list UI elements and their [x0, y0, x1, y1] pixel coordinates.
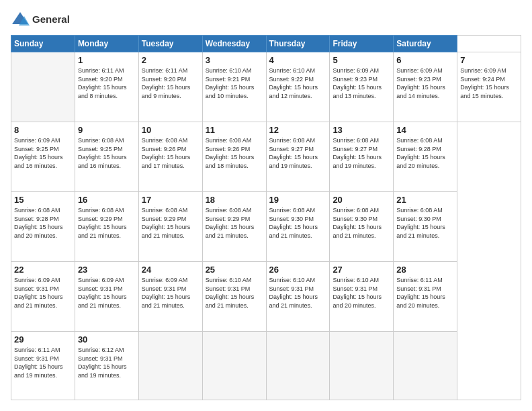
day-number: 13: [332, 125, 390, 135]
day-cell: 1Sunrise: 6:11 AMSunset: 9:20 PMDaylight…: [75, 52, 138, 122]
day-cell: [138, 332, 202, 400]
day-number: 16: [78, 195, 136, 205]
day-cell: 26Sunrise: 6:10 AMSunset: 9:31 PMDayligh…: [266, 262, 330, 332]
day-info: Sunrise: 6:09 AMSunset: 9:23 PMDaylight:…: [396, 66, 454, 100]
day-info: Sunrise: 6:09 AMSunset: 9:31 PMDaylight:…: [14, 276, 72, 310]
day-number: 26: [269, 265, 327, 275]
day-info: Sunrise: 6:11 AMSunset: 9:31 PMDaylight:…: [14, 346, 72, 379]
col-header-friday: Friday: [330, 36, 394, 52]
day-info: Sunrise: 6:08 AMSunset: 9:27 PMDaylight:…: [269, 136, 327, 170]
logo-icon: [11, 11, 30, 28]
day-info: Sunrise: 6:08 AMSunset: 9:29 PMDaylight:…: [142, 206, 200, 240]
day-number: 9: [78, 125, 136, 135]
day-info: Sunrise: 6:11 AMSunset: 9:31 PMDaylight:…: [396, 276, 454, 310]
day-info: Sunrise: 6:10 AMSunset: 9:22 PMDaylight:…: [269, 66, 327, 100]
day-cell: 28Sunrise: 6:11 AMSunset: 9:31 PMDayligh…: [394, 262, 457, 332]
week-row-3: 15Sunrise: 6:08 AMSunset: 9:28 PMDayligh…: [11, 192, 521, 262]
day-number: 28: [396, 265, 454, 275]
day-cell: 13Sunrise: 6:08 AMSunset: 9:27 PMDayligh…: [330, 122, 394, 192]
day-cell: 27Sunrise: 6:10 AMSunset: 9:31 PMDayligh…: [330, 262, 394, 332]
day-info: Sunrise: 6:08 AMSunset: 9:29 PMDaylight:…: [78, 206, 136, 240]
day-info: Sunrise: 6:10 AMSunset: 9:31 PMDaylight:…: [206, 276, 263, 310]
day-info: Sunrise: 6:08 AMSunset: 9:28 PMDaylight:…: [14, 206, 72, 240]
day-number: 1: [78, 55, 136, 65]
day-number: 23: [78, 265, 136, 275]
day-cell: 9Sunrise: 6:08 AMSunset: 9:25 PMDaylight…: [75, 122, 138, 192]
col-header-wednesday: Wednesday: [202, 36, 266, 52]
header: General: [11, 11, 521, 28]
day-info: Sunrise: 6:08 AMSunset: 9:30 PMDaylight:…: [332, 206, 390, 240]
day-cell: 19Sunrise: 6:08 AMSunset: 9:30 PMDayligh…: [266, 192, 330, 262]
day-cell: 8Sunrise: 6:09 AMSunset: 9:25 PMDaylight…: [11, 122, 75, 192]
day-cell: 21Sunrise: 6:08 AMSunset: 9:30 PMDayligh…: [394, 192, 457, 262]
day-info: Sunrise: 6:12 AMSunset: 9:31 PMDaylight:…: [78, 346, 136, 379]
week-row-4: 22Sunrise: 6:09 AMSunset: 9:31 PMDayligh…: [11, 262, 521, 332]
day-cell: 18Sunrise: 6:08 AMSunset: 9:29 PMDayligh…: [202, 192, 266, 262]
day-number: 20: [332, 195, 390, 205]
day-info: Sunrise: 6:10 AMSunset: 9:31 PMDaylight:…: [269, 276, 327, 310]
day-info: Sunrise: 6:10 AMSunset: 9:21 PMDaylight:…: [206, 66, 263, 100]
day-number: 17: [142, 195, 200, 205]
col-header-monday: Monday: [75, 36, 138, 52]
page: General SundayMondayTuesdayWednesdayThur…: [0, 0, 532, 411]
day-cell: 23Sunrise: 6:09 AMSunset: 9:31 PMDayligh…: [75, 262, 138, 332]
day-number: 6: [396, 55, 454, 65]
col-header-tuesday: Tuesday: [138, 36, 202, 52]
day-info: Sunrise: 6:09 AMSunset: 9:25 PMDaylight:…: [14, 136, 72, 170]
day-number: 7: [460, 55, 518, 65]
day-cell: 29Sunrise: 6:11 AMSunset: 9:31 PMDayligh…: [11, 332, 75, 400]
day-number: 29: [14, 334, 72, 345]
day-cell: 6Sunrise: 6:09 AMSunset: 9:23 PMDaylight…: [394, 52, 457, 122]
day-info: Sunrise: 6:08 AMSunset: 9:30 PMDaylight:…: [396, 206, 454, 240]
logo-text-line1: General: [32, 13, 70, 25]
day-cell: [202, 332, 266, 400]
day-number: 24: [142, 265, 200, 275]
day-number: 25: [206, 265, 263, 275]
day-number: 14: [396, 125, 454, 135]
day-cell: 2Sunrise: 6:11 AMSunset: 9:20 PMDaylight…: [138, 52, 202, 122]
day-cell: [394, 332, 457, 400]
day-cell: 17Sunrise: 6:08 AMSunset: 9:29 PMDayligh…: [138, 192, 202, 262]
day-info: Sunrise: 6:09 AMSunset: 9:24 PMDaylight:…: [460, 66, 518, 100]
day-cell: [266, 332, 330, 400]
day-cell: 7Sunrise: 6:09 AMSunset: 9:24 PMDaylight…: [457, 52, 521, 122]
calendar-table: SundayMondayTuesdayWednesdayThursdayFrid…: [11, 35, 521, 400]
day-number: 12: [269, 125, 327, 135]
col-header-saturday: Saturday: [394, 36, 457, 52]
week-row-1: 1Sunrise: 6:11 AMSunset: 9:20 PMDaylight…: [11, 52, 521, 122]
day-info: Sunrise: 6:09 AMSunset: 9:31 PMDaylight:…: [142, 276, 200, 310]
day-info: Sunrise: 6:08 AMSunset: 9:26 PMDaylight:…: [142, 136, 200, 170]
col-header-sunday: Sunday: [11, 36, 75, 52]
day-info: Sunrise: 6:08 AMSunset: 9:26 PMDaylight:…: [206, 136, 263, 170]
day-cell: [11, 52, 75, 122]
day-number: 15: [14, 195, 72, 205]
week-row-5: 29Sunrise: 6:11 AMSunset: 9:31 PMDayligh…: [11, 332, 521, 400]
day-cell: 12Sunrise: 6:08 AMSunset: 9:27 PMDayligh…: [266, 122, 330, 192]
day-info: Sunrise: 6:09 AMSunset: 9:31 PMDaylight:…: [78, 276, 136, 310]
day-number: 21: [396, 195, 454, 205]
day-cell: 22Sunrise: 6:09 AMSunset: 9:31 PMDayligh…: [11, 262, 75, 332]
day-number: 11: [206, 125, 263, 135]
day-cell: [330, 332, 394, 400]
col-header-thursday: Thursday: [266, 36, 330, 52]
day-number: 4: [269, 55, 327, 65]
day-info: Sunrise: 6:11 AMSunset: 9:20 PMDaylight:…: [78, 66, 136, 100]
day-cell: 14Sunrise: 6:08 AMSunset: 9:28 PMDayligh…: [394, 122, 457, 192]
day-number: 5: [332, 55, 390, 65]
day-cell: 5Sunrise: 6:09 AMSunset: 9:23 PMDaylight…: [330, 52, 394, 122]
day-number: 18: [206, 195, 263, 205]
day-cell: 11Sunrise: 6:08 AMSunset: 9:26 PMDayligh…: [202, 122, 266, 192]
logo: General: [11, 11, 70, 28]
day-info: Sunrise: 6:10 AMSunset: 9:31 PMDaylight:…: [332, 276, 390, 310]
day-number: 27: [332, 265, 390, 275]
day-cell: 16Sunrise: 6:08 AMSunset: 9:29 PMDayligh…: [75, 192, 138, 262]
day-cell: 10Sunrise: 6:08 AMSunset: 9:26 PMDayligh…: [138, 122, 202, 192]
day-number: 30: [78, 334, 136, 345]
day-cell: 25Sunrise: 6:10 AMSunset: 9:31 PMDayligh…: [202, 262, 266, 332]
day-number: 3: [206, 55, 263, 65]
day-number: 22: [14, 265, 72, 275]
day-info: Sunrise: 6:08 AMSunset: 9:28 PMDaylight:…: [396, 136, 454, 170]
day-cell: 20Sunrise: 6:08 AMSunset: 9:30 PMDayligh…: [330, 192, 394, 262]
day-number: 19: [269, 195, 327, 205]
week-row-2: 8Sunrise: 6:09 AMSunset: 9:25 PMDaylight…: [11, 122, 521, 192]
